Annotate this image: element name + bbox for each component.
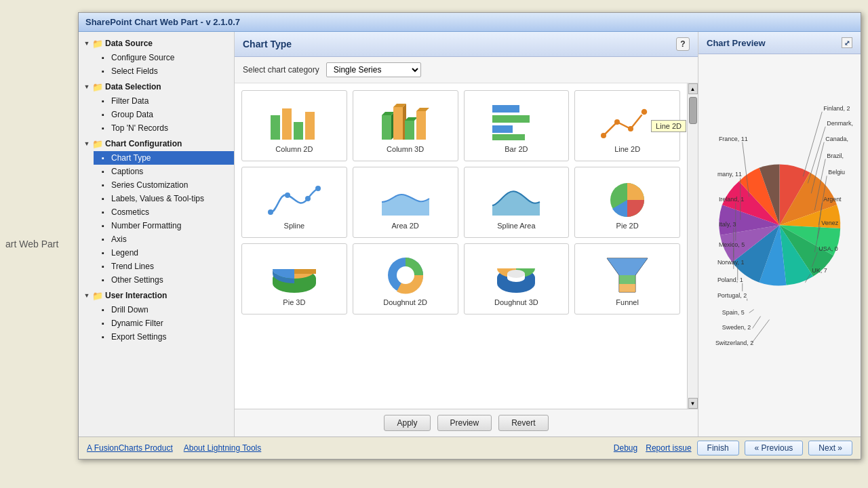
sidebar-item-dynamic-filter[interactable]: ▪ Dynamic Filter (94, 317, 234, 330)
charts-grid-container: Column 2D (235, 83, 687, 409)
apply-button[interactable]: Apply (384, 415, 430, 431)
item-icon-filter-data: ▪ (98, 96, 108, 106)
dialog-body: ▼ 📁 Data Source ▪ Configure Source ▪ Sel… (79, 32, 861, 436)
help-button[interactable]: ? (676, 37, 690, 51)
svg-text:Mexico, 5: Mexico, 5 (719, 241, 745, 248)
tree-group-chart-configuration: ▼ 📁 Chart Configuration ▪ Chart Type ▪ C… (79, 136, 234, 287)
chart-cell-spline-area[interactable]: Spline Area (464, 167, 570, 238)
sidebar-item-group-data[interactable]: ▪ Group Data (94, 108, 234, 121)
chart-cell-label-doughnut-3d: Doughnut 3D (494, 298, 538, 306)
scroll-down-button[interactable]: ▼ (688, 398, 698, 409)
chart-cell-line-2d[interactable]: Line 2D Line 2D (574, 90, 680, 161)
fusion-charts-link[interactable]: A FusionCharts Product (87, 443, 173, 453)
item-icon-select-fields: ▪ (98, 66, 108, 77)
chart-cell-label-spline: Spline (284, 222, 305, 230)
folder-icon-data-selection: 📁 (92, 81, 103, 92)
sidebar-item-number-formatting[interactable]: ▪ Number Formatting (94, 219, 234, 232)
chart-cell-pie-3d[interactable]: Pie 3D (241, 243, 347, 314)
chart-cell-area-2d[interactable]: Area 2D (353, 167, 458, 238)
sidebar: ▼ 📁 Data Source ▪ Configure Source ▪ Sel… (79, 32, 235, 436)
chart-cell-column-2d[interactable]: Column 2D (241, 90, 347, 161)
main-dialog: SharePoint Chart Web Part - v 2.1.0.7 ▼ … (78, 12, 861, 460)
preview-canvas: Finland, 2 Denmark, Canada, France, 11 B… (698, 54, 861, 436)
chart-cell-pie-2d[interactable]: Pie 2D (574, 167, 680, 238)
tree-group-data-source: ▼ 📁 Data Source ▪ Configure Source ▪ Sel… (79, 36, 234, 78)
report-issue-link[interactable]: Report issue (646, 443, 691, 453)
next-button[interactable]: Next » (808, 441, 852, 455)
sidebar-item-drill-down[interactable]: ▪ Drill Down (94, 303, 234, 317)
line-2d-tooltip: Line 2D (651, 120, 686, 132)
outer-background: art Web Part SharePoint Chart Web Part -… (0, 0, 868, 488)
chart-cell-doughnut-2d[interactable]: Doughnut 2D (353, 243, 458, 314)
sidebar-item-legend[interactable]: ▪ Legend (94, 246, 234, 260)
svg-rect-14 (492, 105, 519, 113)
preview-expand-button[interactable]: ⤢ (842, 37, 852, 48)
item-icon-trend-lines: ▪ (98, 261, 108, 272)
tree-group-label-data-selection: Data Selection (105, 82, 161, 92)
finish-button[interactable]: Finish (697, 441, 739, 455)
sidebar-item-label-dynamic-filter: Dynamic Filter (111, 319, 163, 328)
debug-link[interactable]: Debug (614, 443, 637, 453)
sidebar-item-top-n-records[interactable]: ▪ Top 'N' Records (94, 121, 234, 135)
svg-text:Ireland, 1: Ireland, 1 (719, 196, 744, 203)
about-lightning-link[interactable]: About Lightning Tools (184, 443, 262, 453)
category-select[interactable]: Single Series Multi Series Scroll Zoom 3… (326, 62, 421, 77)
scrollbar[interactable]: ▲ ▼ (687, 83, 698, 409)
chart-thumb-funnel (600, 255, 654, 296)
sidebar-item-configure-source[interactable]: ▪ Configure Source (94, 51, 234, 64)
sidebar-item-captions[interactable]: ▪ Captions (94, 165, 234, 178)
svg-text:many, 11: many, 11 (717, 171, 742, 178)
chart-thumb-spline (267, 178, 321, 219)
scroll-thumb[interactable] (689, 97, 697, 124)
chart-type-panel: Chart Type ? Select chart category Singl… (235, 32, 698, 436)
tree-group-header-user-interaction[interactable]: ▼ 📁 User Interaction (79, 288, 234, 303)
sidebar-item-chart-type[interactable]: ▪ Chart Type (94, 151, 234, 165)
sidebar-item-label-captions: Captions (111, 167, 143, 176)
chart-cell-doughnut-3d[interactable]: Doughnut 3D (464, 243, 570, 314)
chart-thumb-column-3d (378, 102, 433, 142)
svg-rect-4 (382, 115, 391, 140)
sidebar-item-label-select-fields: Select Fields (111, 66, 158, 76)
sidebar-item-axis[interactable]: ▪ Axis (94, 232, 234, 246)
revert-button[interactable]: Revert (498, 415, 548, 431)
sidebar-item-filter-data[interactable]: ▪ Filter Data (94, 94, 234, 108)
panel-footer: Apply Preview Revert (235, 409, 698, 436)
sidebar-item-export-settings[interactable]: ▪ Export Settings (94, 330, 234, 344)
chart-thumb-doughnut-3d (489, 255, 543, 296)
preview-button[interactable]: Preview (437, 415, 492, 431)
svg-line-35 (803, 112, 822, 177)
tree-children-user-interaction: ▪ Drill Down ▪ Dynamic Filter ▪ Export S… (79, 303, 234, 344)
svg-marker-11 (405, 117, 418, 121)
sidebar-item-cosmetics[interactable]: ▪ Cosmetics (94, 205, 234, 219)
sidebar-item-series-customization[interactable]: ▪ Series Customization (94, 178, 234, 192)
scroll-up-button[interactable]: ▲ (688, 83, 698, 94)
previous-button[interactable]: « Previous (745, 441, 804, 455)
chart-cell-bar-2d[interactable]: Bar 2D (464, 90, 570, 161)
folder-icon-chart-configuration: 📁 (92, 138, 103, 149)
svg-text:Canada,: Canada, (825, 136, 848, 142)
item-icon-configure-source: ▪ (98, 52, 108, 63)
svg-line-67 (749, 310, 754, 313)
chart-thumb-pie-2d (600, 178, 654, 219)
chart-cell-funnel[interactable]: Funnel (574, 243, 680, 314)
preview-header: Chart Preview ⤢ (698, 32, 861, 54)
tree-group-label-user-interaction: User Interaction (105, 291, 167, 300)
svg-rect-2 (294, 122, 303, 140)
sidebar-item-other-settings[interactable]: ▪ Other Settings (94, 273, 234, 287)
item-icon-labels-values-tooltips: ▪ (98, 193, 108, 204)
svg-rect-10 (405, 121, 414, 140)
chart-thumb-bar-2d (489, 102, 543, 142)
sidebar-item-select-fields[interactable]: ▪ Select Fields (94, 64, 234, 78)
preview-chart-svg: Finland, 2 Denmark, Canada, France, 11 B… (698, 54, 861, 436)
tree-group-header-chart-configuration[interactable]: ▼ 📁 Chart Configuration (79, 136, 234, 151)
chart-cell-column-3d[interactable]: Column 3D (353, 90, 458, 161)
svg-text:Spain, 5: Spain, 5 (722, 309, 745, 316)
item-icon-cosmetics: ▪ (98, 207, 108, 218)
chart-cell-spline[interactable]: Spline (241, 167, 347, 238)
sidebar-item-labels-values-tooltips[interactable]: ▪ Labels, Values & Tool-tips (94, 192, 234, 205)
sidebar-item-trend-lines[interactable]: ▪ Trend Lines (94, 260, 234, 273)
tree-group-header-data-source[interactable]: ▼ 📁 Data Source (79, 36, 234, 51)
tree-group-header-data-selection[interactable]: ▼ 📁 Data Selection (79, 79, 234, 94)
svg-text:Belgiu: Belgiu (828, 169, 845, 176)
chart-svg-spline-area (489, 178, 543, 219)
